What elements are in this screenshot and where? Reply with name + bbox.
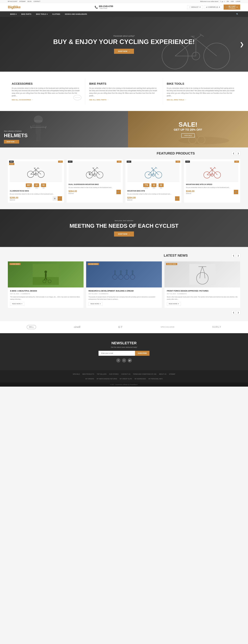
footer-addresses-link[interactable]: MY ADDRESSES — [134, 378, 146, 380]
nav-bike-tools[interactable]: BIKE TOOLS ▾ — [34, 12, 50, 17]
language-selector[interactable]: EN — [227, 1, 229, 2]
logo[interactable]: BigBike — [8, 5, 20, 9]
footer-new-products-link[interactable]: NEW PRODUCTS — [82, 373, 94, 375]
nav-hooks[interactable]: HOOKS AND HANDLEBARS — [62, 12, 90, 17]
cart-button[interactable]: 🛒 MY CART 0 Products ▼ — [224, 4, 240, 10]
helmets-shop-button[interactable]: SHOP NOW → — [4, 140, 19, 144]
currency-selector[interactable]: USD — [231, 1, 234, 2]
arrow-right-icon-bt: → — [185, 99, 186, 100]
footer-our-stores-link[interactable]: OUR STORES — [109, 373, 118, 375]
bike-tools-link[interactable]: SEE ALL BIKE TOOLS → — [167, 99, 236, 100]
footer-personal-info-link[interactable]: MY PERSONAL INFO — [148, 378, 163, 380]
arrow-icon-news-2: ▾ — [100, 303, 100, 305]
hero-subtitle: Passionate about cycling? — [53, 35, 195, 37]
cyclist-shop-button[interactable]: SHOP NOW → — [114, 232, 134, 236]
googleplus-social-button[interactable]: g+ — [128, 358, 132, 362]
svg-line-44 — [90, 170, 94, 175]
brand-bell[interactable]: BELL — [27, 325, 36, 329]
footer-merchandise-returns-link[interactable]: MY MERCHANDISE RETURNS — [97, 378, 117, 380]
my-account-link[interactable]: MY ACCOUNT — [8, 1, 17, 2]
brand-surly[interactable]: SURLY — [212, 326, 221, 328]
facebook-icon[interactable]: f — [220, 1, 221, 2]
wishlist-button[interactable]: ♡ WISHLIST ▼ — [187, 5, 203, 9]
news-2-read-more-button[interactable]: READ MORE ▾ — [88, 302, 102, 306]
newsletter-subscribe-button[interactable]: SUBSCRIBE — [135, 351, 150, 356]
product-3-price: $264.00 $320.00 — [127, 196, 136, 201]
product-card-2: NEW -20% — [66, 159, 123, 203]
news-1-date: OCT 15, 2014 — [10, 293, 19, 294]
footer-my-orders-link[interactable]: MY ORDERS — [85, 378, 94, 380]
hero-next-arrow[interactable]: ❯ — [240, 41, 244, 47]
accessories-link[interactable]: SEE ALL ACCESSORIES → — [12, 99, 81, 100]
nav-bikes-label: BIKES — [10, 13, 15, 15]
product-2-add-cart-button[interactable]: 🛒 — [116, 190, 121, 194]
timer-sep-2: : — [40, 184, 40, 188]
news-bottom-prev-button[interactable]: ❮ — [232, 310, 236, 314]
news-1-title: E-BIKE: A BEAUTIFUL DESIGN — [10, 290, 81, 292]
newsletter-email-input[interactable] — [98, 351, 135, 356]
footer-top-sellers-link[interactable]: TOP SELLERS — [97, 373, 106, 375]
facebook-social-button[interactable]: f — [116, 358, 120, 362]
newsletter-social: f t g+ — [8, 358, 240, 362]
product-4-add-cart-button[interactable]: 🛒 — [234, 190, 238, 194]
news-2-meta: OCT 15, 2014 0 COMMENTS — [88, 293, 160, 294]
compare-button[interactable]: ⇄ COMPARE (0) ▼ — [204, 5, 222, 9]
product-3-add-cart-button[interactable]: 🛒 — [175, 196, 180, 201]
product-1-name: ALUMINUM ROAD BIKE — [10, 190, 62, 192]
footer-about-us-link[interactable]: ABOUT US — [159, 373, 166, 375]
sitemap-link[interactable]: SITEMAP — [19, 1, 26, 2]
twitter-social-button[interactable]: t — [122, 358, 126, 362]
news-2-content: RESEARCH & DEVELOPMENT: BUILDING A DREAM… — [86, 288, 162, 308]
news-prev-button[interactable]: ❮ — [232, 254, 236, 258]
footer-contact-us-link[interactable]: CONTACT US — [121, 373, 130, 375]
footer-terms-link[interactable]: TERMS AND CONDITIONS OF USE — [133, 373, 156, 375]
product-1-add-cart-button[interactable]: 🛒 — [58, 196, 62, 201]
svg-rect-79 — [33, 277, 59, 285]
helmets-btn-label: SHOP NOW — [6, 141, 14, 142]
googleplus-icon[interactable]: g+ — [222, 1, 224, 2]
product-4-old-price: $400.00 — [186, 193, 194, 194]
top-bar: MY ACCOUNT SITEMAP BLOG CONTACT Welcome … — [0, 0, 248, 3]
featured-prev-button[interactable]: ❮ — [232, 151, 236, 155]
search-button[interactable]: 🔍 — [234, 11, 240, 17]
svg-line-37 — [36, 168, 38, 170]
product-1-settings-button[interactable]: ⚙ — [53, 196, 57, 201]
footer-credit-slips-link[interactable]: MY CREDIT SLIPS — [120, 378, 132, 380]
brand-gt[interactable]: GT — [118, 326, 123, 329]
news-bottom-next-button[interactable]: ❯ — [236, 310, 240, 314]
accessories-link-label: SEE ALL ACCESSORIES — [12, 99, 31, 100]
wishlist-label: WISHLIST — [191, 6, 198, 8]
sale-btn-label: VIEW SALE — [184, 135, 192, 136]
timer-min-label-1: MIN — [42, 187, 45, 188]
brand-cinelli[interactable]: cinelli — [74, 326, 80, 328]
helmets-promo: New collection of helmets HELMETS SHOP N… — [0, 111, 128, 148]
compare-label: COMPARE (0) — [208, 6, 218, 8]
header: BigBike 📞 800-2345-6789 7 days a week ♡ … — [0, 3, 248, 11]
login-link[interactable]: LOGIN — [236, 1, 240, 2]
timer-hrs-3: 12 HRS — [152, 184, 156, 188]
news-3-title: FRONT FORKS DESIGN APPROVED: PICTURES — [167, 290, 238, 292]
contact-link[interactable]: CONTACT — [34, 1, 40, 2]
svg-line-58 — [154, 170, 158, 175]
helmets-promo-subtitle: New collection of helmets — [4, 130, 124, 132]
footer-sitemap-link[interactable]: SITEMAP — [169, 373, 175, 375]
news-1-read-more-button[interactable]: READ MORE ▾ — [10, 302, 24, 306]
footer-specials-link[interactable]: SPECIALS — [73, 373, 80, 375]
brand-specialized[interactable]: SPECIALIZED — [161, 326, 174, 328]
news-next-button[interactable]: ❯ — [236, 254, 240, 258]
sale-view-button[interactable]: VIEW SALE — [181, 134, 195, 138]
bike-parts-link[interactable]: SEE ALL BIKE PARTS → — [89, 99, 159, 100]
news-3-read-more-button[interactable]: READ MORE ▾ — [167, 302, 181, 306]
blog-link[interactable]: BLOG — [28, 1, 32, 2]
hero-shop-now-button[interactable]: SHOP NOW → — [114, 49, 134, 54]
nav-clothes[interactable]: CLOTHES — [50, 12, 62, 17]
nav-bikes[interactable]: BIKES ▾ — [8, 12, 19, 17]
product-card-4: NEW -20% — [184, 159, 240, 203]
svg-rect-91 — [114, 272, 116, 275]
product-3-desc: Do you remember what it is like to be cr… — [127, 193, 180, 195]
twitter-icon[interactable]: t — [224, 1, 225, 2]
promo-banners: New collection of helmets HELMETS SHOP N… — [0, 111, 248, 145]
nav-bike-parts[interactable]: BIKE PARTS — [19, 12, 34, 17]
featured-next-button[interactable]: ❯ — [236, 151, 240, 155]
product-2-old-price: $320.00 — [68, 193, 77, 194]
